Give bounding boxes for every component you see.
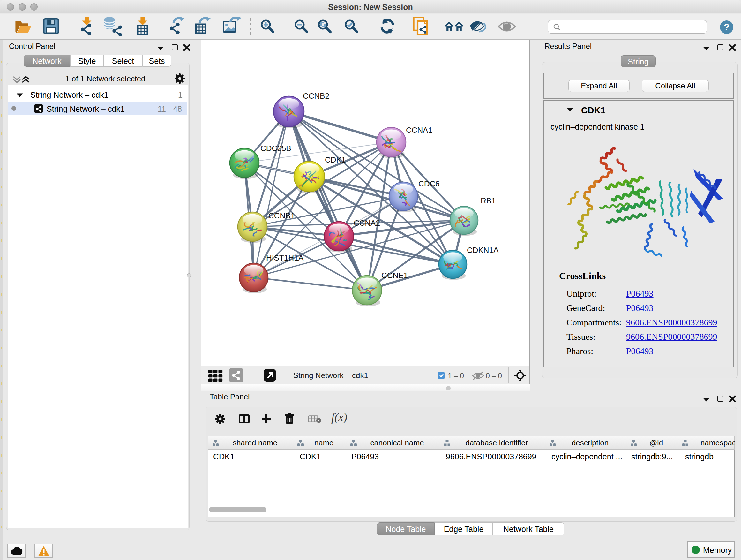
- svg-text:RB1: RB1: [481, 196, 496, 205]
- svg-text:?: ?: [724, 22, 730, 32]
- svg-text:CCNB1: CCNB1: [268, 211, 295, 220]
- svg-text:CDC6: CDC6: [418, 179, 440, 188]
- svg-text:CCNE1: CCNE1: [381, 271, 408, 280]
- svg-text:CDKN1A: CDKN1A: [467, 246, 499, 254]
- svg-text:CCNB2: CCNB2: [303, 91, 329, 100]
- svg-text:HIST1H1A: HIST1H1A: [266, 253, 304, 262]
- svg-text:CCNA1: CCNA1: [406, 126, 432, 134]
- svg-text:CDC25B: CDC25B: [260, 144, 291, 152]
- svg-text:CDK1: CDK1: [325, 155, 346, 164]
- svg-text:CCNA2: CCNA2: [354, 219, 380, 227]
